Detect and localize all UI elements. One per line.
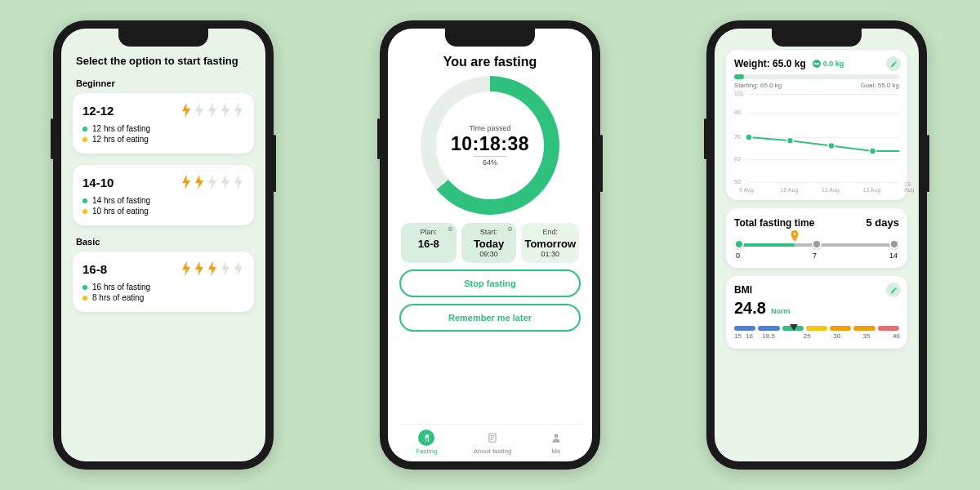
bmi-card: BMI 24.8 Norm 151618.525303540 (726, 276, 907, 349)
bolt-icon (194, 261, 205, 276)
svg-point-7 (828, 143, 835, 149)
fasting-hours-label: 12 hrs of fasting (92, 124, 150, 133)
total-fasting-title: Total fasting time (734, 217, 814, 229)
slot-plan[interactable]: ⊘Plan: 16-8 (401, 223, 457, 263)
slider-tick-14 (889, 239, 899, 249)
ring-label: Time passed (469, 124, 510, 132)
pencil-icon (890, 287, 898, 294)
bolt-icon (233, 261, 244, 276)
weight-line-chart: 101907663509 Aug10 Aug11 Aug12 Aug13 Aug (734, 94, 899, 192)
weight-delta: 0.0 kg (813, 60, 844, 68)
edit-weight-button[interactable] (886, 56, 901, 71)
bmi-value: 24.8 (734, 299, 766, 318)
plan-card-16-8[interactable]: 16-8 16 hrs of fasting 8 hrs of eating (73, 252, 254, 312)
tab-me[interactable]: Me (548, 430, 564, 455)
svg-point-10 (793, 233, 795, 235)
svg-point-4 (554, 434, 558, 438)
bolt-icon (194, 103, 205, 118)
utensils-icon (418, 430, 434, 446)
edit-icon: ⊘ (507, 225, 513, 233)
svg-point-5 (746, 134, 752, 140)
plan-name: 14-10 (82, 176, 114, 189)
slider-tick-0 (734, 239, 744, 249)
screen-fasting-timer: You are fasting Time passed 10:18:38 64%… (388, 29, 592, 461)
bolt-icon (180, 103, 192, 118)
tab-bar: Fasting About fasting Me (398, 424, 582, 455)
bolt-icon (220, 261, 231, 276)
phone-frame-3: Weight: 65.0 kg 0.0 kg Starting: 65.0 kg… (706, 20, 927, 470)
weight-title: Weight: 65.0 kg (734, 58, 806, 69)
progress-percent: 64% (474, 156, 506, 167)
plan-group-label: Basic (73, 237, 254, 247)
tab-fasting[interactable]: Fasting (416, 430, 437, 455)
slot-start[interactable]: ⊘Start: Today 09:30 (461, 223, 517, 263)
plan-card-12-12[interactable]: 12-12 12 hrs of fasting 12 hrs of eating (73, 93, 254, 154)
svg-point-8 (870, 148, 876, 154)
phone-frame-1: Select the option to start fasting Begin… (53, 20, 274, 470)
bmi-title: BMI (734, 284, 899, 296)
difficulty-bolts (180, 261, 244, 276)
starting-weight-label: Starting: 65.0 kg (734, 82, 782, 89)
weight-goal-progress (734, 74, 899, 79)
progress-ring: Time passed 10:18:38 64% (421, 76, 559, 215)
total-fasting-card: Total fasting time 5 days 0 7 14 (726, 208, 907, 268)
svg-point-6 (787, 137, 794, 144)
plan-name: 12-12 (82, 104, 114, 118)
bolt-icon (233, 175, 244, 189)
eating-hours-label: 12 hrs of eating (92, 135, 149, 144)
page-title: Select the option to start fasting (73, 55, 254, 67)
screen-select-plan: Select the option to start fasting Begin… (61, 29, 265, 461)
elapsed-time: 10:18:38 (451, 133, 529, 155)
eating-hours-label: 8 hrs of eating (92, 293, 144, 302)
bolt-icon (180, 175, 192, 189)
total-fasting-value: 5 days (866, 216, 899, 229)
minus-icon (813, 60, 821, 68)
fasting-days-slider (739, 243, 894, 247)
phone-frame-2: You are fasting Time passed 10:18:38 64%… (380, 20, 600, 470)
difficulty-bolts (180, 103, 244, 118)
list-icon (484, 430, 501, 446)
plan-card-14-10[interactable]: 14-10 14 hrs of fasting 10 hrs of eating (73, 165, 254, 225)
slot-end: End: Tomorrow 01:30 (521, 223, 579, 263)
tab-about-fasting[interactable]: About fasting (474, 430, 512, 455)
bolt-icon (194, 175, 205, 189)
map-pin-icon (790, 230, 800, 245)
person-icon (548, 430, 564, 446)
eating-hours-label: 10 hrs of eating (92, 207, 149, 216)
bolt-icon (220, 103, 231, 118)
plan-group-label: Beginner (73, 78, 254, 88)
difficulty-bolts (180, 175, 244, 189)
bolt-icon (220, 175, 231, 189)
edit-bmi-button[interactable] (886, 283, 901, 297)
bolt-icon (180, 261, 192, 276)
weight-card: Weight: 65.0 kg 0.0 kg Starting: 65.0 kg… (726, 50, 907, 200)
bolt-icon (233, 103, 244, 118)
bmi-classification: Norm (771, 307, 791, 315)
fasting-hours-label: 16 hrs of fasting (92, 283, 150, 292)
bolt-icon (207, 175, 218, 189)
goal-weight-label: Goal: 55.0 kg (860, 82, 899, 89)
page-title: You are fasting (399, 55, 581, 69)
pencil-icon (890, 60, 898, 68)
bmi-scale (734, 326, 899, 331)
edit-icon: ⊘ (448, 225, 453, 233)
slider-tick-7 (812, 239, 822, 249)
remember-later-button[interactable]: Remember me later (399, 304, 581, 332)
plan-name: 16-8 (82, 262, 107, 276)
screen-stats: Weight: 65.0 kg 0.0 kg Starting: 65.0 kg… (715, 29, 919, 461)
fasting-hours-label: 14 hrs of fasting (92, 196, 150, 205)
stop-fasting-button[interactable]: Stop fasting (399, 270, 581, 297)
bolt-icon (207, 261, 218, 276)
bolt-icon (207, 103, 218, 118)
